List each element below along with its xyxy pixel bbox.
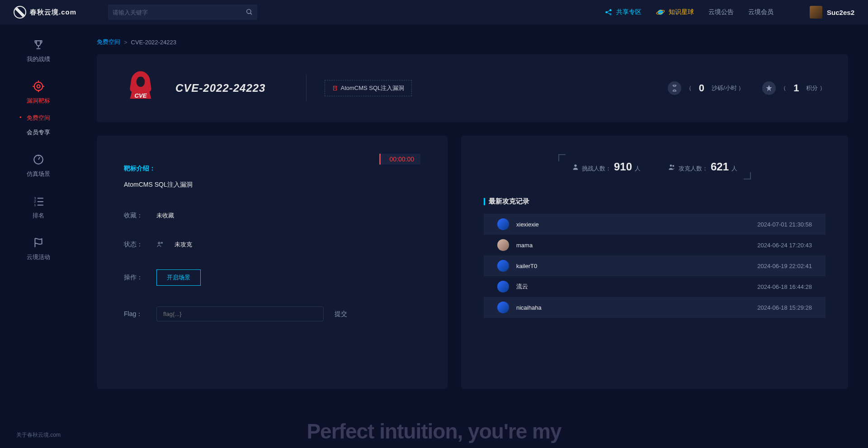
svg-point-3	[609, 9, 612, 11]
tag-box: AtomCMS SQL注入漏洞	[325, 80, 412, 96]
svg-point-2	[605, 11, 608, 14]
doc-icon	[332, 85, 338, 91]
person-icon	[572, 163, 579, 170]
svg-point-12	[37, 85, 40, 88]
svg-line-6	[607, 13, 610, 14]
sidebar-sub-vip[interactable]: 会员专享	[27, 128, 50, 137]
content: 免费空间 > CVE-2022-24223 CVE CVE-2022-24223…	[77, 24, 868, 448]
start-button[interactable]: 开启场景	[156, 269, 201, 286]
record-avatar	[497, 281, 509, 292]
challenge-counter: 挑战人数： 910 人	[572, 160, 641, 173]
title-bar	[484, 198, 485, 205]
nav-knowledge-star[interactable]: 知识星球	[656, 8, 694, 17]
divider	[306, 75, 307, 102]
action-row: 操作： 开启场景	[124, 269, 420, 286]
scene-icon	[32, 153, 45, 166]
search-icon	[245, 8, 253, 15]
sidebar-item-target[interactable]: 漏洞靶标	[27, 80, 50, 105]
svg-point-0	[247, 9, 251, 13]
sidebar-item-record[interactable]: 我的战绩	[27, 38, 50, 63]
target-icon	[32, 80, 45, 93]
breadcrumb-sep: >	[124, 39, 127, 46]
nav-share-zone[interactable]: 共享专区	[604, 8, 642, 16]
flag-icon	[32, 236, 45, 250]
svg-text:1: 1	[34, 203, 36, 207]
record-avatar	[497, 218, 509, 230]
record-avatar	[497, 239, 509, 251]
intro-text: AtomCMS SQL注入漏洞	[124, 181, 420, 189]
record-row: mama 2024-06-24 17:20:43	[484, 235, 826, 255]
sidebar-item-scene[interactable]: 仿真场景	[27, 153, 50, 178]
header-card: CVE CVE-2022-24223 AtomCMS SQL注入漏洞 （ 0 沙…	[97, 54, 848, 122]
search-box	[108, 5, 257, 20]
record-avatar	[497, 302, 509, 313]
cve-badge-icon: CVE	[119, 67, 162, 109]
stats-group: （ 0 沙砾/小时 ） （ 1 积分 ）	[668, 81, 826, 95]
search-input[interactable]	[113, 9, 245, 16]
flag-input[interactable]	[156, 307, 324, 321]
trophy-icon	[32, 38, 45, 52]
nav-notice[interactable]: 云境公告	[708, 8, 734, 16]
planet-icon	[656, 8, 665, 17]
sidebar-sub-items: 免费空间 会员专享	[0, 114, 77, 137]
top-right-nav: 共享专区 知识星球 云境公告 云境会员 Suc2es2	[604, 6, 854, 19]
people-icon	[668, 163, 676, 170]
svg-line-1	[250, 13, 252, 14]
record-row: xiexiexie 2024-07-01 21:30:58	[484, 214, 826, 235]
status-value: 未攻克	[175, 241, 192, 249]
status-row: 状态： 未攻克	[124, 241, 420, 249]
svg-point-4	[609, 13, 612, 15]
sidebar-sub-free[interactable]: 免费空间	[27, 114, 50, 122]
record-row: nicaihaha 2024-06-18 15:29:28	[484, 297, 826, 318]
point-icon	[762, 81, 776, 95]
sidebar-item-activity[interactable]: 云境活动	[27, 236, 50, 261]
breadcrumb: 免费空间 > CVE-2022-24223	[97, 38, 848, 46]
fav-value[interactable]: 未收藏	[156, 212, 174, 220]
svg-point-31	[161, 242, 163, 244]
svg-point-32	[574, 165, 576, 167]
stat-sand: （ 0 沙砾/小时 ）	[668, 81, 744, 95]
status-icon	[156, 241, 164, 248]
layout: 我的战绩 漏洞靶标 免费空间 会员专享 仿真场景 321 排名 云境活动 关于春…	[0, 24, 868, 448]
svg-line-5	[607, 10, 610, 12]
floating-text: Perfect intuition, you're my	[307, 419, 561, 443]
intro-label: 靶标介绍：	[124, 165, 420, 173]
record-row: kailerT0 2024-06-19 22:02:41	[484, 255, 826, 276]
topbar: 春秋云境.com 共享专区 知识星球 云境公告 云境会员 Suc2es2	[0, 0, 868, 24]
sidebar-item-rank[interactable]: 321 排名	[32, 194, 45, 220]
logo-icon	[14, 6, 26, 19]
share-icon	[604, 8, 613, 16]
detail-card: 00:00:00 靶标介绍： AtomCMS SQL注入漏洞 收藏： 未收藏 状…	[97, 136, 448, 389]
section-title: 最新攻克记录	[484, 197, 826, 206]
record-avatar	[497, 260, 509, 272]
svg-point-11	[34, 82, 43, 91]
timer-row: 00:00:00	[124, 154, 420, 165]
stat-point: （ 1 积分 ）	[762, 81, 826, 95]
svg-marker-29	[766, 85, 772, 91]
svg-point-33	[670, 165, 672, 167]
timer: 00:00:00	[379, 154, 421, 165]
flag-row: Flag： 提交	[124, 307, 420, 321]
cve-title: CVE-2022-24223	[175, 82, 265, 94]
username: Suc2es2	[827, 9, 854, 16]
logo[interactable]: 春秋云境.com	[14, 6, 76, 19]
record-row: 流云 2024-06-18 16:44:28	[484, 276, 826, 297]
submit-button[interactable]: 提交	[335, 310, 347, 318]
user-avatar	[810, 6, 822, 19]
hourglass-icon	[668, 81, 681, 95]
svg-point-30	[158, 242, 160, 244]
search-button[interactable]	[245, 8, 253, 17]
counter-box: 挑战人数： 910 人 攻克人数： 621 人	[558, 154, 751, 180]
user-menu[interactable]: Suc2es2	[810, 6, 854, 19]
nav-member[interactable]: 云境会员	[748, 8, 774, 16]
conquer-counter: 攻克人数： 621 人	[668, 160, 737, 173]
logo-text: 春秋云境.com	[30, 8, 76, 17]
rank-icon: 321	[32, 194, 45, 208]
about-link[interactable]: 关于春秋云境.com	[16, 431, 61, 439]
record-list: xiexiexie 2024-07-01 21:30:58 mama 2024-…	[484, 214, 826, 318]
svg-point-24	[137, 77, 145, 87]
records-card: 挑战人数： 910 人 攻克人数： 621 人 最新攻克记录	[461, 136, 848, 389]
breadcrumb-link[interactable]: 免费空间	[97, 38, 120, 46]
breadcrumb-current: CVE-2022-24223	[131, 39, 176, 46]
columns: 00:00:00 靶标介绍： AtomCMS SQL注入漏洞 收藏： 未收藏 状…	[97, 136, 848, 389]
